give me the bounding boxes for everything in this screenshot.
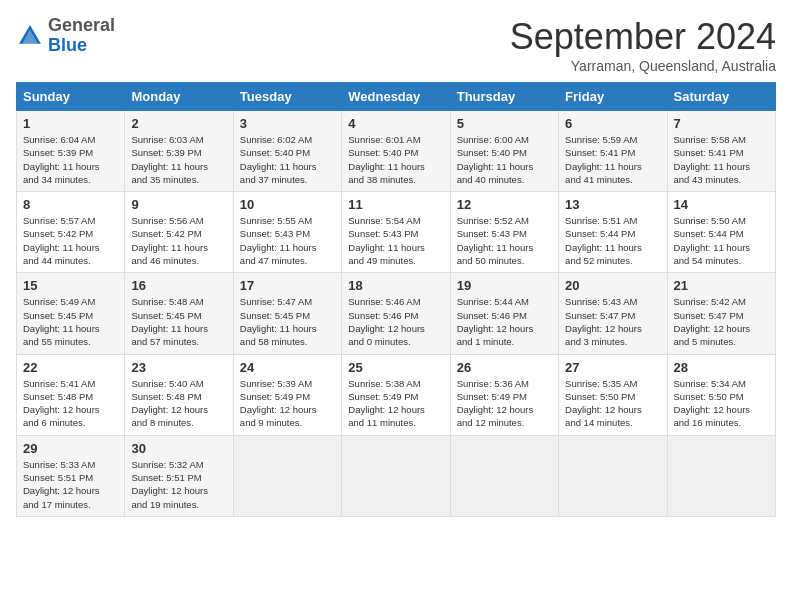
calendar-cell: 24Sunrise: 5:39 AM Sunset: 5:49 PM Dayli… — [233, 354, 341, 435]
day-info: Sunrise: 5:33 AM Sunset: 5:51 PM Dayligh… — [23, 458, 118, 511]
calendar-cell: 27Sunrise: 5:35 AM Sunset: 5:50 PM Dayli… — [559, 354, 667, 435]
day-number: 24 — [240, 360, 335, 375]
day-info: Sunrise: 6:02 AM Sunset: 5:40 PM Dayligh… — [240, 133, 335, 186]
day-number: 30 — [131, 441, 226, 456]
column-header-monday: Monday — [125, 83, 233, 111]
calendar-body: 1Sunrise: 6:04 AM Sunset: 5:39 PM Daylig… — [17, 111, 776, 517]
day-number: 13 — [565, 197, 660, 212]
calendar-cell — [559, 435, 667, 516]
day-info: Sunrise: 5:56 AM Sunset: 5:42 PM Dayligh… — [131, 214, 226, 267]
day-info: Sunrise: 6:00 AM Sunset: 5:40 PM Dayligh… — [457, 133, 552, 186]
calendar-cell — [233, 435, 341, 516]
day-number: 26 — [457, 360, 552, 375]
day-info: Sunrise: 5:42 AM Sunset: 5:47 PM Dayligh… — [674, 295, 769, 348]
day-number: 18 — [348, 278, 443, 293]
day-number: 19 — [457, 278, 552, 293]
day-info: Sunrise: 5:32 AM Sunset: 5:51 PM Dayligh… — [131, 458, 226, 511]
column-header-sunday: Sunday — [17, 83, 125, 111]
calendar-cell: 22Sunrise: 5:41 AM Sunset: 5:48 PM Dayli… — [17, 354, 125, 435]
day-number: 6 — [565, 116, 660, 131]
calendar-table: SundayMondayTuesdayWednesdayThursdayFrid… — [16, 82, 776, 517]
calendar-cell: 15Sunrise: 5:49 AM Sunset: 5:45 PM Dayli… — [17, 273, 125, 354]
day-info: Sunrise: 6:04 AM Sunset: 5:39 PM Dayligh… — [23, 133, 118, 186]
calendar-cell: 28Sunrise: 5:34 AM Sunset: 5:50 PM Dayli… — [667, 354, 775, 435]
day-number: 21 — [674, 278, 769, 293]
day-info: Sunrise: 5:52 AM Sunset: 5:43 PM Dayligh… — [457, 214, 552, 267]
title-block: September 2024 Yarraman, Queensland, Aus… — [510, 16, 776, 74]
logo-blue: Blue — [48, 35, 87, 55]
day-info: Sunrise: 5:54 AM Sunset: 5:43 PM Dayligh… — [348, 214, 443, 267]
day-number: 7 — [674, 116, 769, 131]
column-header-thursday: Thursday — [450, 83, 558, 111]
page-header: General Blue September 2024 Yarraman, Qu… — [16, 16, 776, 74]
day-number: 9 — [131, 197, 226, 212]
day-info: Sunrise: 5:48 AM Sunset: 5:45 PM Dayligh… — [131, 295, 226, 348]
day-number: 1 — [23, 116, 118, 131]
calendar-cell: 23Sunrise: 5:40 AM Sunset: 5:48 PM Dayli… — [125, 354, 233, 435]
day-number: 27 — [565, 360, 660, 375]
logo: General Blue — [16, 16, 115, 56]
calendar-cell — [667, 435, 775, 516]
day-info: Sunrise: 5:43 AM Sunset: 5:47 PM Dayligh… — [565, 295, 660, 348]
day-info: Sunrise: 5:41 AM Sunset: 5:48 PM Dayligh… — [23, 377, 118, 430]
day-number: 25 — [348, 360, 443, 375]
location-subtitle: Yarraman, Queensland, Australia — [510, 58, 776, 74]
calendar-cell: 20Sunrise: 5:43 AM Sunset: 5:47 PM Dayli… — [559, 273, 667, 354]
day-info: Sunrise: 5:59 AM Sunset: 5:41 PM Dayligh… — [565, 133, 660, 186]
calendar-cell: 7Sunrise: 5:58 AM Sunset: 5:41 PM Daylig… — [667, 111, 775, 192]
calendar-cell: 14Sunrise: 5:50 AM Sunset: 5:44 PM Dayli… — [667, 192, 775, 273]
calendar-cell — [450, 435, 558, 516]
day-number: 12 — [457, 197, 552, 212]
day-info: Sunrise: 5:44 AM Sunset: 5:46 PM Dayligh… — [457, 295, 552, 348]
day-number: 11 — [348, 197, 443, 212]
calendar-cell: 19Sunrise: 5:44 AM Sunset: 5:46 PM Dayli… — [450, 273, 558, 354]
day-number: 14 — [674, 197, 769, 212]
calendar-cell — [342, 435, 450, 516]
day-info: Sunrise: 5:51 AM Sunset: 5:44 PM Dayligh… — [565, 214, 660, 267]
day-info: Sunrise: 5:50 AM Sunset: 5:44 PM Dayligh… — [674, 214, 769, 267]
calendar-cell: 5Sunrise: 6:00 AM Sunset: 5:40 PM Daylig… — [450, 111, 558, 192]
day-number: 5 — [457, 116, 552, 131]
day-info: Sunrise: 5:55 AM Sunset: 5:43 PM Dayligh… — [240, 214, 335, 267]
logo-text: General Blue — [48, 16, 115, 56]
day-number: 16 — [131, 278, 226, 293]
day-info: Sunrise: 5:57 AM Sunset: 5:42 PM Dayligh… — [23, 214, 118, 267]
day-info: Sunrise: 5:38 AM Sunset: 5:49 PM Dayligh… — [348, 377, 443, 430]
calendar-cell: 1Sunrise: 6:04 AM Sunset: 5:39 PM Daylig… — [17, 111, 125, 192]
column-header-saturday: Saturday — [667, 83, 775, 111]
day-info: Sunrise: 5:36 AM Sunset: 5:49 PM Dayligh… — [457, 377, 552, 430]
day-number: 15 — [23, 278, 118, 293]
calendar-cell: 25Sunrise: 5:38 AM Sunset: 5:49 PM Dayli… — [342, 354, 450, 435]
month-title: September 2024 — [510, 16, 776, 58]
day-number: 4 — [348, 116, 443, 131]
calendar-cell: 26Sunrise: 5:36 AM Sunset: 5:49 PM Dayli… — [450, 354, 558, 435]
day-number: 29 — [23, 441, 118, 456]
calendar-cell: 16Sunrise: 5:48 AM Sunset: 5:45 PM Dayli… — [125, 273, 233, 354]
calendar-header: SundayMondayTuesdayWednesdayThursdayFrid… — [17, 83, 776, 111]
calendar-cell: 21Sunrise: 5:42 AM Sunset: 5:47 PM Dayli… — [667, 273, 775, 354]
day-info: Sunrise: 5:35 AM Sunset: 5:50 PM Dayligh… — [565, 377, 660, 430]
calendar-cell: 6Sunrise: 5:59 AM Sunset: 5:41 PM Daylig… — [559, 111, 667, 192]
calendar-cell: 4Sunrise: 6:01 AM Sunset: 5:40 PM Daylig… — [342, 111, 450, 192]
day-info: Sunrise: 5:49 AM Sunset: 5:45 PM Dayligh… — [23, 295, 118, 348]
column-header-tuesday: Tuesday — [233, 83, 341, 111]
logo-general: General — [48, 15, 115, 35]
day-info: Sunrise: 5:58 AM Sunset: 5:41 PM Dayligh… — [674, 133, 769, 186]
day-number: 20 — [565, 278, 660, 293]
calendar-cell: 30Sunrise: 5:32 AM Sunset: 5:51 PM Dayli… — [125, 435, 233, 516]
day-number: 3 — [240, 116, 335, 131]
day-number: 10 — [240, 197, 335, 212]
calendar-cell: 17Sunrise: 5:47 AM Sunset: 5:45 PM Dayli… — [233, 273, 341, 354]
day-number: 2 — [131, 116, 226, 131]
day-info: Sunrise: 5:39 AM Sunset: 5:49 PM Dayligh… — [240, 377, 335, 430]
calendar-cell: 8Sunrise: 5:57 AM Sunset: 5:42 PM Daylig… — [17, 192, 125, 273]
day-number: 17 — [240, 278, 335, 293]
logo-icon — [16, 22, 44, 50]
day-info: Sunrise: 6:03 AM Sunset: 5:39 PM Dayligh… — [131, 133, 226, 186]
day-number: 8 — [23, 197, 118, 212]
calendar-cell: 9Sunrise: 5:56 AM Sunset: 5:42 PM Daylig… — [125, 192, 233, 273]
day-info: Sunrise: 5:47 AM Sunset: 5:45 PM Dayligh… — [240, 295, 335, 348]
calendar-cell: 3Sunrise: 6:02 AM Sunset: 5:40 PM Daylig… — [233, 111, 341, 192]
day-number: 23 — [131, 360, 226, 375]
day-number: 28 — [674, 360, 769, 375]
